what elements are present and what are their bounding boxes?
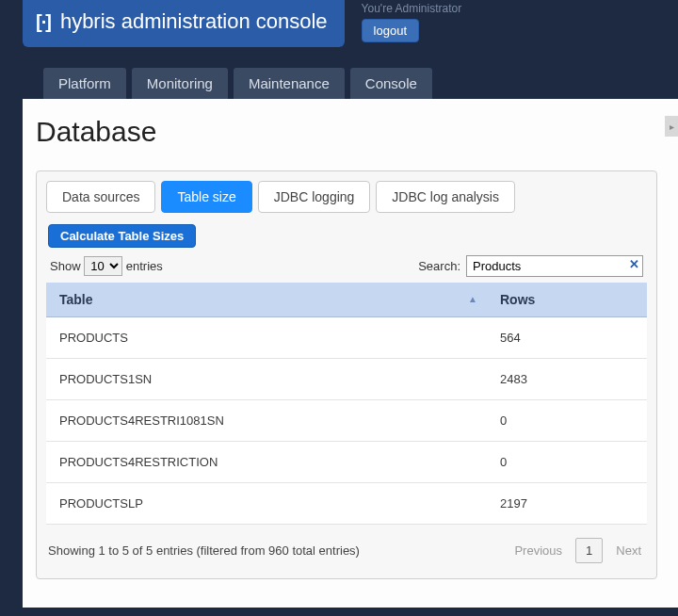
cell-table-name: PRODUCTS1SN bbox=[46, 359, 487, 400]
table-row: PRODUCTSLP2197 bbox=[46, 483, 647, 525]
nav-maintenance[interactable]: Maintenance bbox=[234, 68, 345, 99]
expand-right-icon[interactable]: ▸ bbox=[665, 116, 678, 137]
cell-row-count: 2197 bbox=[487, 483, 647, 525]
col-table-label: Table bbox=[59, 292, 93, 307]
tab-table-size[interactable]: Table size bbox=[161, 181, 251, 213]
cell-table-name: PRODUCTS4RESTRICTION bbox=[46, 442, 487, 483]
table-size-panel: Data sources Table size JDBC logging JDB… bbox=[36, 170, 657, 579]
cell-table-name: PRODUCTSLP bbox=[46, 483, 487, 525]
table-row: PRODUCTS564 bbox=[46, 317, 647, 359]
brand-title: hybris administration console bbox=[60, 9, 328, 34]
col-rows-label: Rows bbox=[500, 292, 535, 307]
table-info: Showing 1 to 5 of 5 entries (filtered fr… bbox=[48, 543, 360, 558]
nav-monitoring[interactable]: Monitoring bbox=[132, 68, 228, 99]
cell-table-name: PRODUCTS4RESTRI1081SN bbox=[46, 400, 487, 442]
pager-previous[interactable]: Previous bbox=[514, 543, 562, 558]
pager-next[interactable]: Next bbox=[616, 543, 641, 558]
calculate-table-sizes-button[interactable]: Calculate Table Sizes bbox=[48, 224, 196, 248]
tab-jdbc-log-analysis[interactable]: JDBC log analysis bbox=[376, 181, 515, 213]
cell-row-count: 0 bbox=[487, 442, 647, 483]
clear-search-icon[interactable]: ✕ bbox=[629, 257, 639, 271]
page-title: Database bbox=[36, 116, 657, 148]
main-nav: Platform Monitoring Maintenance Console bbox=[0, 47, 678, 99]
search-label: Search: bbox=[418, 259, 460, 273]
table-sizes-table: Table ▲ Rows PRODUCTS564PRODUCTS1SN2483P… bbox=[46, 283, 647, 525]
nav-console[interactable]: Console bbox=[350, 68, 432, 99]
sort-asc-icon: ▲ bbox=[468, 294, 477, 304]
cell-row-count: 0 bbox=[487, 400, 647, 442]
col-rows[interactable]: Rows bbox=[487, 283, 647, 317]
user-label: You're Administrator bbox=[362, 2, 462, 15]
cell-table-name: PRODUCTS bbox=[46, 317, 487, 359]
sub-tabs: Data sources Table size JDBC logging JDB… bbox=[46, 181, 647, 213]
brand-logo-icon: [·] bbox=[36, 11, 51, 33]
cell-row-count: 2483 bbox=[487, 359, 647, 400]
logout-button[interactable]: logout bbox=[362, 19, 419, 42]
brand-banner: [·] hybris administration console bbox=[23, 0, 345, 47]
search-input[interactable] bbox=[466, 255, 643, 277]
cell-row-count: 564 bbox=[487, 317, 647, 359]
length-prefix: Show bbox=[50, 259, 81, 273]
table-row: PRODUCTS4RESTRICTION0 bbox=[46, 442, 647, 483]
pager: Previous 1 Next bbox=[514, 538, 641, 563]
col-table[interactable]: Table ▲ bbox=[46, 283, 487, 317]
length-control: Show 10 entries bbox=[50, 256, 163, 276]
pager-page-1[interactable]: 1 bbox=[575, 538, 603, 563]
nav-platform[interactable]: Platform bbox=[43, 68, 126, 99]
tab-jdbc-logging[interactable]: JDBC logging bbox=[258, 181, 371, 213]
table-row: PRODUCTS1SN2483 bbox=[46, 359, 647, 400]
length-select[interactable]: 10 bbox=[84, 256, 122, 276]
tab-data-sources[interactable]: Data sources bbox=[46, 181, 155, 213]
length-suffix: entries bbox=[126, 259, 163, 273]
table-row: PRODUCTS4RESTRI1081SN0 bbox=[46, 400, 647, 442]
